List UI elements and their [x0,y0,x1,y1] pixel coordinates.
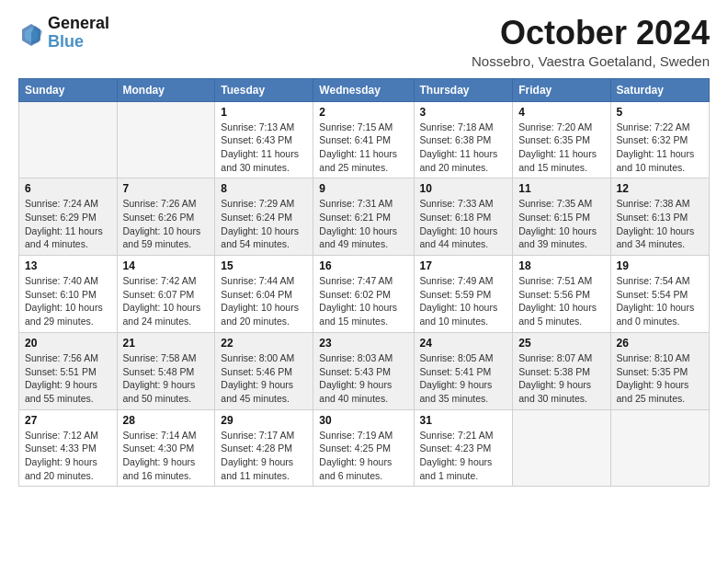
calendar-day-cell: 12Sunrise: 7:38 AMSunset: 6:13 PMDayligh… [610,178,709,256]
day-info: Sunrise: 7:24 AMSunset: 6:29 PMDaylight:… [25,197,111,251]
calendar-day-cell: 2Sunrise: 7:15 AMSunset: 6:41 PMDaylight… [313,101,414,178]
calendar-day-cell: 27Sunrise: 7:12 AMSunset: 4:33 PMDayligh… [19,409,118,487]
header: General Blue October 2024 Nossebro, Vaes… [18,15,710,69]
calendar-body: 1Sunrise: 7:13 AMSunset: 6:43 PMDaylight… [19,101,710,487]
calendar-week-row: 1Sunrise: 7:13 AMSunset: 6:43 PMDaylight… [19,101,710,178]
calendar-day-cell: 11Sunrise: 7:35 AMSunset: 6:15 PMDayligh… [513,178,610,256]
calendar-day-cell: 5Sunrise: 7:22 AMSunset: 6:32 PMDaylight… [610,101,709,178]
calendar-day-cell: 7Sunrise: 7:26 AMSunset: 6:26 PMDaylight… [117,178,215,256]
calendar-day-cell: 22Sunrise: 8:00 AMSunset: 5:46 PMDayligh… [215,332,313,409]
day-header-row: SundayMondayTuesdayWednesdayThursdayFrid… [19,78,710,101]
calendar-day-cell: 15Sunrise: 7:44 AMSunset: 6:04 PMDayligh… [215,256,313,333]
day-number: 17 [420,259,507,272]
calendar-day-cell: 21Sunrise: 7:58 AMSunset: 5:48 PMDayligh… [117,332,215,409]
calendar-day-cell: 31Sunrise: 7:21 AMSunset: 4:23 PMDayligh… [414,409,513,487]
day-number: 18 [518,259,604,272]
day-info: Sunrise: 8:05 AMSunset: 5:41 PMDaylight:… [420,351,507,406]
day-info: Sunrise: 7:12 AMSunset: 4:33 PMDaylight:… [25,429,111,483]
day-info: Sunrise: 7:47 AMSunset: 6:02 PMDaylight:… [319,274,407,328]
day-number: 27 [25,414,111,427]
day-info: Sunrise: 7:35 AMSunset: 6:15 PMDaylight:… [518,197,604,251]
day-info: Sunrise: 7:49 AMSunset: 5:59 PMDaylight:… [420,274,507,328]
day-number: 29 [221,414,307,427]
day-number: 16 [319,259,407,272]
calendar-table: SundayMondayTuesdayWednesdayThursdayFrid… [18,78,710,488]
calendar-day-cell: 24Sunrise: 8:05 AMSunset: 5:41 PMDayligh… [414,332,513,409]
day-info: Sunrise: 7:38 AMSunset: 6:13 PMDaylight:… [617,197,703,251]
day-number: 30 [319,414,407,427]
calendar-day-cell [610,409,709,487]
day-info: Sunrise: 7:31 AMSunset: 6:21 PMDaylight:… [319,197,407,251]
calendar-day-cell: 29Sunrise: 7:17 AMSunset: 4:28 PMDayligh… [215,409,313,487]
calendar-day-cell: 13Sunrise: 7:40 AMSunset: 6:10 PMDayligh… [19,256,118,333]
calendar-week-row: 27Sunrise: 7:12 AMSunset: 4:33 PMDayligh… [19,409,710,487]
day-info: Sunrise: 7:51 AMSunset: 5:56 PMDaylight:… [518,274,604,328]
day-of-week-header: Thursday [414,78,513,101]
day-info: Sunrise: 7:19 AMSunset: 4:25 PMDaylight:… [319,429,407,483]
day-number: 5 [617,106,703,119]
title-block: October 2024 Nossebro, Vaestra Goetaland… [472,15,710,69]
day-info: Sunrise: 7:22 AMSunset: 6:32 PMDaylight:… [617,121,703,175]
day-info: Sunrise: 7:58 AMSunset: 5:48 PMDaylight:… [123,351,210,406]
day-number: 22 [221,337,307,350]
logo: General Blue [18,15,109,52]
day-number: 23 [319,337,407,350]
month-title: October 2024 [472,15,710,52]
logo-general: General [48,15,109,33]
day-number: 11 [518,182,604,195]
day-number: 31 [420,414,507,427]
day-number: 10 [420,182,507,195]
calendar-day-cell: 17Sunrise: 7:49 AMSunset: 5:59 PMDayligh… [414,256,513,333]
day-info: Sunrise: 8:10 AMSunset: 5:35 PMDaylight:… [617,351,703,406]
calendar-day-cell: 14Sunrise: 7:42 AMSunset: 6:07 PMDayligh… [117,256,215,333]
day-info: Sunrise: 7:21 AMSunset: 4:23 PMDaylight:… [420,429,507,483]
day-number: 24 [420,337,507,350]
day-info: Sunrise: 7:40 AMSunset: 6:10 PMDaylight:… [25,274,111,328]
calendar-day-cell: 18Sunrise: 7:51 AMSunset: 5:56 PMDayligh… [513,256,610,333]
day-number: 19 [617,259,703,272]
logo-blue: Blue [48,33,109,52]
calendar-day-cell: 8Sunrise: 7:29 AMSunset: 6:24 PMDaylight… [215,178,313,256]
calendar-day-cell [117,101,215,178]
day-info: Sunrise: 8:00 AMSunset: 5:46 PMDaylight:… [221,351,307,406]
calendar-week-row: 6Sunrise: 7:24 AMSunset: 6:29 PMDaylight… [19,178,710,256]
day-number: 12 [617,182,703,195]
day-info: Sunrise: 7:56 AMSunset: 5:51 PMDaylight:… [25,351,111,406]
day-number: 26 [617,337,703,350]
day-number: 2 [319,106,407,119]
day-of-week-header: Monday [117,78,215,101]
day-info: Sunrise: 7:14 AMSunset: 4:30 PMDaylight:… [123,429,210,483]
day-number: 4 [518,106,604,119]
logo-text: General Blue [48,15,109,52]
calendar-day-cell: 4Sunrise: 7:20 AMSunset: 6:35 PMDaylight… [513,101,610,178]
calendar-day-cell: 3Sunrise: 7:18 AMSunset: 6:38 PMDaylight… [414,101,513,178]
calendar-day-cell: 6Sunrise: 7:24 AMSunset: 6:29 PMDaylight… [19,178,118,256]
day-number: 25 [518,337,604,350]
calendar-day-cell: 26Sunrise: 8:10 AMSunset: 5:35 PMDayligh… [610,332,709,409]
day-info: Sunrise: 7:42 AMSunset: 6:07 PMDaylight:… [123,274,210,328]
day-number: 8 [221,182,307,195]
day-info: Sunrise: 7:13 AMSunset: 6:43 PMDaylight:… [221,121,307,175]
day-info: Sunrise: 7:29 AMSunset: 6:24 PMDaylight:… [221,197,307,251]
day-of-week-header: Tuesday [215,78,313,101]
day-number: 13 [25,259,111,272]
page: General Blue October 2024 Nossebro, Vaes… [0,0,728,505]
day-info: Sunrise: 7:15 AMSunset: 6:41 PMDaylight:… [319,121,407,175]
logo-icon [18,20,44,46]
calendar-day-cell: 19Sunrise: 7:54 AMSunset: 5:54 PMDayligh… [610,256,709,333]
day-number: 9 [319,182,407,195]
day-info: Sunrise: 7:26 AMSunset: 6:26 PMDaylight:… [123,197,210,251]
day-number: 21 [123,337,210,350]
day-number: 15 [221,259,307,272]
day-of-week-header: Sunday [19,78,118,101]
day-number: 1 [221,106,307,119]
calendar-day-cell: 25Sunrise: 8:07 AMSunset: 5:38 PMDayligh… [513,332,610,409]
day-info: Sunrise: 7:20 AMSunset: 6:35 PMDaylight:… [518,121,604,175]
calendar-day-cell: 28Sunrise: 7:14 AMSunset: 4:30 PMDayligh… [117,409,215,487]
day-number: 3 [420,106,507,119]
day-info: Sunrise: 7:44 AMSunset: 6:04 PMDaylight:… [221,274,307,328]
day-info: Sunrise: 8:07 AMSunset: 5:38 PMDaylight:… [518,351,604,406]
day-info: Sunrise: 7:33 AMSunset: 6:18 PMDaylight:… [420,197,507,251]
calendar-day-cell: 10Sunrise: 7:33 AMSunset: 6:18 PMDayligh… [414,178,513,256]
calendar-day-cell: 30Sunrise: 7:19 AMSunset: 4:25 PMDayligh… [313,409,414,487]
